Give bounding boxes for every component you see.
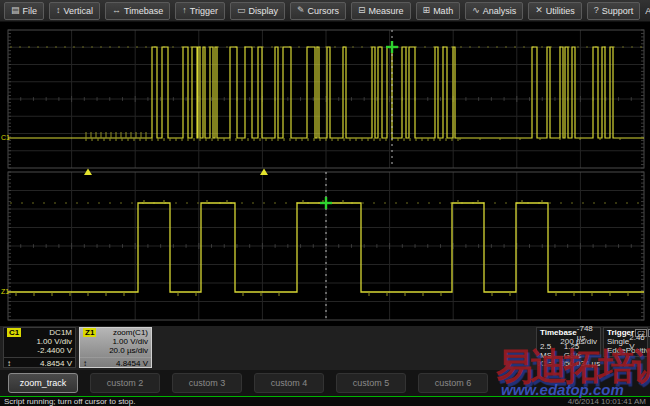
c1-offset: -2.4400 V <box>7 346 72 355</box>
timebase-descriptor[interactable]: Timebase -748 µs 200 µs/div 2.5 MS 1.25 … <box>536 327 601 357</box>
analysis-icon: ∿ <box>472 6 480 15</box>
timebase-samples: 2.5 MS <box>540 342 564 360</box>
timebase-icon: ↔ <box>112 6 121 15</box>
menu-display-button[interactable]: ▭Display <box>230 2 285 20</box>
menu-analysis-button[interactable]: ∿Analysis <box>465 2 523 20</box>
tab-zoom_track[interactable]: zoom_track <box>8 373 78 393</box>
menu-file-button[interactable]: ▤File <box>4 2 44 20</box>
z1-vdiv: 1.00 V/div <box>83 337 148 346</box>
autoset-button[interactable]: Autoset <box>645 6 650 16</box>
status-message: Script running; turn off cursor to stop. <box>4 397 135 406</box>
z1-source: zoom(C1) <box>113 328 148 337</box>
menu-label: Display <box>248 6 278 16</box>
menu-label: Timebase <box>124 6 163 16</box>
timebase-title: Timebase <box>540 328 577 337</box>
grid-channel-label: Z1 <box>1 288 9 295</box>
z1-cursor-icon: ↕ <box>83 359 87 368</box>
math-icon: ⊞ <box>423 6 431 15</box>
display-icon: ▭ <box>237 6 246 15</box>
x1-label: X1= <box>538 359 552 368</box>
support-icon: ? <box>594 6 599 15</box>
bottom-tabs-bar: zoom_trackcustom 2custom 3custom 4custom… <box>0 370 650 396</box>
menu-label: Measure <box>369 6 404 16</box>
trigger-slope: Positive <box>626 346 650 355</box>
trigger-icon: ↑ <box>182 6 187 15</box>
menu-label: File <box>23 6 38 16</box>
x1-cursor-readout: X1= 950.034 µs <box>538 359 600 368</box>
menu-timebase-button[interactable]: ↔Timebase <box>105 2 170 20</box>
utilities-icon: ✕ <box>535 6 543 15</box>
trigger-descriptor[interactable]: Trigger C2DC Single 2.46 V Edge Positive <box>603 327 648 357</box>
descriptor-bar: C1 DC1M 1.00 V/div -2.4400 V ↕ 4.8454 V … <box>0 326 650 370</box>
z1-cursor-readout: 4.8454 V <box>116 359 148 368</box>
file-icon: ▤ <box>11 6 20 15</box>
menubar-right: Autoset Undo ↶ <box>645 1 650 21</box>
menu-bar: ▤File↕Vertical↔Timebase↑Trigger▭Display✎… <box>0 0 650 22</box>
channel-c1-descriptor[interactable]: C1 DC1M 1.00 V/div -2.4400 V ↕ 4.8454 V <box>3 327 76 368</box>
menu-label: Trigger <box>190 6 218 16</box>
menu-vertical-button[interactable]: ↕Vertical <box>49 2 100 20</box>
menu-label: Math <box>433 6 453 16</box>
tab-custom-3[interactable]: custom 3 <box>172 373 242 393</box>
trigger-mode: Single <box>607 337 629 346</box>
c1-tab: C1 <box>7 328 21 337</box>
tab-custom-4[interactable]: custom 4 <box>254 373 324 393</box>
tab-custom-6[interactable]: custom 6 <box>418 373 488 393</box>
menu-label: Vertical <box>64 6 94 16</box>
grid-channel-label: C1 <box>1 134 10 141</box>
cursors-icon: ✎ <box>297 6 305 15</box>
zoom-z1-descriptor[interactable]: Z1 zoom(C1) 1.00 V/div 20.0 µs/div ↕ 4.8… <box>79 327 152 368</box>
c1-vdiv: 1.00 V/div <box>7 337 72 346</box>
tab-custom-5[interactable]: custom 5 <box>336 373 406 393</box>
vertical-icon: ↕ <box>56 6 61 15</box>
tab-custom-2[interactable]: custom 2 <box>90 373 160 393</box>
menu-math-button[interactable]: ⊞Math <box>416 2 461 20</box>
scope-grids: C1Z1 <box>0 22 650 326</box>
x1-value: 950.034 µs <box>560 359 600 368</box>
menu-measure-button[interactable]: ⊟Measure <box>351 2 411 20</box>
measure-icon: ⊟ <box>358 6 366 15</box>
menu-support-button[interactable]: ?Support <box>587 2 641 20</box>
status-timestamp: 4/6/2014 10:01:41 AM <box>568 397 646 406</box>
menu-cursors-button[interactable]: ✎Cursors <box>290 2 346 20</box>
waveform-display[interactable]: C1Z1 <box>0 22 650 326</box>
menu-items: ▤File↕Vertical↔Timebase↑Trigger▭Display✎… <box>4 2 645 20</box>
c1-coupling: DC1M <box>49 328 72 337</box>
status-bar: Script running; turn off cursor to stop.… <box>0 396 650 406</box>
menu-label: Utilities <box>546 6 575 16</box>
z1-tdiv: 20.0 µs/div <box>83 346 148 355</box>
c1-cursor-readout: 4.8454 V <box>40 359 72 368</box>
menu-label: Cursors <box>308 6 340 16</box>
timebase-rate: 1.25 GS/s <box>564 342 597 360</box>
trigger-type: Edge <box>607 346 626 355</box>
menu-utilities-button[interactable]: ✕Utilities <box>528 2 582 20</box>
c1-cursor-icon: ↕ <box>7 359 11 368</box>
z1-tab: Z1 <box>83 328 96 337</box>
menu-trigger-button[interactable]: ↑Trigger <box>175 2 225 20</box>
menu-label: Support <box>602 6 634 16</box>
oscilloscope-app-window: ▤File↕Vertical↔Timebase↑Trigger▭Display✎… <box>0 0 650 406</box>
menu-label: Analysis <box>483 6 517 16</box>
